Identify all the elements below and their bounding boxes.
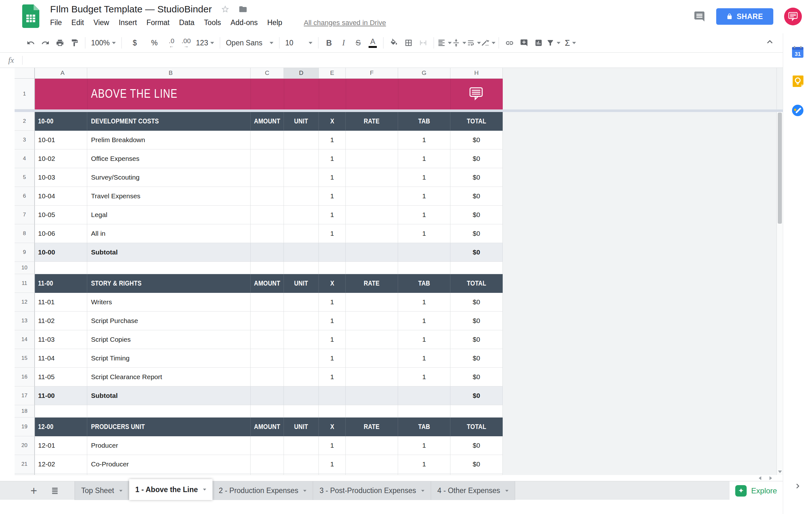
grid-cell-D11[interactable]: UNIT — [284, 274, 319, 293]
insert-link-button[interactable] — [502, 36, 517, 50]
formula-bar[interactable]: fx — [0, 53, 783, 68]
grid-cell-A16[interactable]: 11-05 — [35, 368, 87, 387]
grid-cell-G20[interactable]: 1 — [398, 436, 451, 455]
grid-cell-B3[interactable]: Prelim Breakdown — [87, 131, 251, 149]
grid-cell-G18[interactable] — [398, 405, 451, 418]
filter-button[interactable] — [546, 36, 560, 50]
column-header-F[interactable]: F — [346, 67, 398, 79]
grid-cell-C4[interactable] — [251, 149, 284, 168]
grid-cell-C3[interactable] — [251, 131, 284, 149]
grid-cell-H20[interactable]: $0 — [451, 436, 503, 455]
grid-cell-A5[interactable]: 10-03 — [35, 168, 87, 187]
grid-cell-F12[interactable] — [346, 293, 398, 312]
grid-cell-G15[interactable]: 1 — [398, 349, 451, 368]
grid-cell-B5[interactable]: Survey/Scouting — [87, 168, 251, 187]
grid-cell-D18[interactable] — [284, 405, 319, 418]
grid-cell-E21[interactable]: 1 — [319, 455, 346, 474]
grid-cell-A8[interactable]: 10-06 — [35, 224, 87, 243]
grid-cell-F7[interactable] — [346, 206, 398, 224]
row-header-12[interactable]: 12 — [14, 293, 35, 312]
saved-status[interactable]: All changes saved in Drive — [304, 19, 386, 27]
row-header-1[interactable]: 1 — [14, 79, 35, 110]
grid-cell-D14[interactable] — [284, 330, 319, 349]
menu-format[interactable]: Format — [147, 19, 170, 27]
grid-cell-F17[interactable] — [346, 387, 398, 405]
grid-cell-A2[interactable]: 10-00 — [35, 112, 87, 131]
grid-cell-F8[interactable] — [346, 224, 398, 243]
grid-cell-C6[interactable] — [251, 187, 284, 206]
grid-cell-A13[interactable]: 11-02 — [35, 312, 87, 330]
grid-cell-C17[interactable] — [251, 387, 284, 405]
grid-cell-H7[interactable]: $0 — [451, 206, 503, 224]
format-percent-button[interactable]: % — [145, 36, 164, 50]
row-header-19[interactable]: 19 — [14, 418, 35, 436]
grid-cell-G12[interactable]: 1 — [398, 293, 451, 312]
grid-cell-D20[interactable] — [284, 436, 319, 455]
grid-cell-H3[interactable]: $0 — [451, 131, 503, 149]
font-size-select[interactable]: 10 — [283, 36, 315, 50]
grid-cell-C8[interactable] — [251, 224, 284, 243]
grid-cell-C21[interactable] — [251, 455, 284, 474]
menu-help[interactable]: Help — [267, 19, 282, 27]
grid-cell-C7[interactable] — [251, 206, 284, 224]
row-header-20[interactable]: 20 — [14, 436, 35, 455]
grid-cell-E10[interactable] — [319, 262, 346, 274]
grid-cell-A21[interactable]: 12-02 — [35, 455, 87, 474]
grid-cell-A12[interactable]: 11-01 — [35, 293, 87, 312]
sheet-tab-4-other-expenses[interactable]: 4 - Other Expenses — [431, 481, 515, 500]
grid-cell-C20[interactable] — [251, 436, 284, 455]
grid-cell-F10[interactable] — [346, 262, 398, 274]
insert-comment-button[interactable] — [517, 36, 531, 50]
grid-cell-B18[interactable] — [87, 405, 251, 418]
grid-cell-E8[interactable]: 1 — [319, 224, 346, 243]
grid-cell-B14[interactable]: Script Copies — [87, 330, 251, 349]
expand-side-panel-chevron[interactable] — [793, 481, 803, 491]
grid-cell-D8[interactable] — [284, 224, 319, 243]
row-header-3[interactable]: 3 — [14, 131, 35, 149]
grid-cell-D5[interactable] — [284, 168, 319, 187]
grid-cell-H12[interactable]: $0 — [451, 293, 503, 312]
grid-cell-B13[interactable]: Script Purchase — [87, 312, 251, 330]
vertical-align-button[interactable] — [452, 36, 466, 50]
explore-button[interactable]: ✦ Explore — [729, 481, 783, 500]
grid-cell-A20[interactable]: 12-01 — [35, 436, 87, 455]
grid-cell-E12[interactable]: 1 — [319, 293, 346, 312]
grid-cell-E16[interactable]: 1 — [319, 368, 346, 387]
grid-cell-D2[interactable]: UNIT — [284, 112, 319, 131]
grid-cell-F15[interactable] — [346, 349, 398, 368]
add-sheet-button[interactable]: + — [30, 481, 37, 500]
grid-cell-B8[interactable]: All in — [87, 224, 251, 243]
star-icon[interactable] — [221, 5, 230, 13]
row-header-15[interactable]: 15 — [14, 349, 35, 368]
grid-cell-F16[interactable] — [346, 368, 398, 387]
grid-cell-G14[interactable]: 1 — [398, 330, 451, 349]
row-header-11[interactable]: 11 — [14, 274, 35, 293]
grid-cell-A18[interactable] — [35, 405, 87, 418]
grid-cell-E6[interactable]: 1 — [319, 187, 346, 206]
grid-cell-F3[interactable] — [346, 131, 398, 149]
comments-icon[interactable] — [693, 10, 705, 23]
column-header-B[interactable]: B — [87, 67, 251, 79]
grid-cell-D10[interactable] — [284, 262, 319, 274]
grid-cell-E15[interactable]: 1 — [319, 349, 346, 368]
grid-cell-D15[interactable] — [284, 349, 319, 368]
paint-format-button[interactable] — [67, 36, 82, 50]
grid-cell-E20[interactable]: 1 — [319, 436, 346, 455]
grid-cell-B16[interactable]: Script Clearance Report — [87, 368, 251, 387]
grid-cell-G21[interactable]: 1 — [398, 455, 451, 474]
grid-cell-H15[interactable]: $0 — [451, 349, 503, 368]
banner-row[interactable]: ABOVE THE LINE — [35, 79, 503, 110]
grid-cell-F4[interactable] — [346, 149, 398, 168]
grid-cell-H14[interactable]: $0 — [451, 330, 503, 349]
sheet-tab-3-post-production-expenses[interactable]: 3 - Post-Production Expenses — [313, 481, 431, 500]
grid-cell-D6[interactable] — [284, 187, 319, 206]
grid-cell-C13[interactable] — [251, 312, 284, 330]
grid-cell-A10[interactable] — [35, 262, 87, 274]
grid-cell-D17[interactable] — [284, 387, 319, 405]
sheet-tab-2-production-expenses[interactable]: 2 - Production Expenses — [212, 481, 313, 500]
menu-file[interactable]: File — [50, 19, 62, 27]
menu-insert[interactable]: Insert — [119, 19, 137, 27]
grid-cell-F5[interactable] — [346, 168, 398, 187]
calendar-icon[interactable]: 31 — [791, 46, 804, 59]
grid-cell-G16[interactable]: 1 — [398, 368, 451, 387]
